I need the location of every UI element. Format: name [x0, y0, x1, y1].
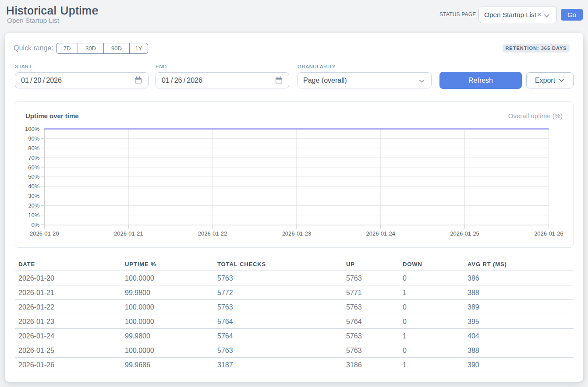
svg-text:80%: 80%	[28, 145, 39, 151]
svg-text:2026-01-24: 2026-01-24	[366, 230, 395, 237]
svg-text:40%: 40%	[28, 183, 39, 190]
svg-text:2026-01-25: 2026-01-25	[450, 230, 479, 237]
svg-text:2026-01-22: 2026-01-22	[198, 230, 227, 237]
svg-text:2026-01-26: 2026-01-26	[534, 230, 563, 237]
svg-text:50%: 50%	[28, 173, 39, 180]
svg-text:70%: 70%	[28, 155, 39, 161]
svg-text:100%: 100%	[25, 126, 40, 132]
svg-text:10%: 10%	[28, 212, 39, 218]
svg-text:20%: 20%	[28, 202, 39, 209]
svg-text:2026-01-20: 2026-01-20	[30, 230, 59, 237]
svg-text:30%: 30%	[28, 193, 39, 199]
svg-text:0%: 0%	[32, 222, 40, 228]
svg-text:2026-01-21: 2026-01-21	[114, 230, 143, 237]
svg-text:90%: 90%	[28, 135, 39, 142]
svg-text:2026-01-23: 2026-01-23	[282, 230, 312, 237]
svg-text:60%: 60%	[28, 164, 39, 171]
